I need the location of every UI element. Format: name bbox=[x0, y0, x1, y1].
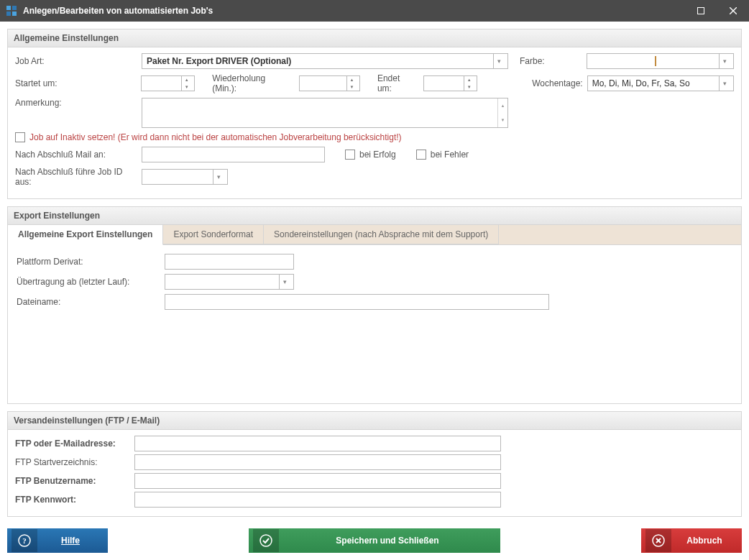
panel-shipping-header: Versandeinstellungen (FTP / E-Mail) bbox=[8, 412, 741, 430]
spin-down-icon[interactable]: ▼ bbox=[347, 83, 357, 91]
wochentage-combo[interactable]: Mo, Di, Mi, Do, Fr, Sa, So bbox=[587, 75, 734, 91]
chevron-down-icon bbox=[493, 54, 505, 68]
spin-down-icon[interactable]: ▼ bbox=[464, 83, 474, 91]
inactive-label: Job auf Inaktiv setzen! (Er wird dann ni… bbox=[29, 132, 402, 142]
save-close-button[interactable]: Speichern und Schließen bbox=[249, 528, 500, 553]
panel-export-header: Export Einstellungen bbox=[8, 207, 741, 225]
wiederholung-spin[interactable]: ▲▼ bbox=[299, 75, 360, 91]
tab-general-export[interactable]: Allgemeine Export Einstellungen bbox=[8, 225, 163, 245]
panel-general-settings: Allgemeine Einstellungen Job Art: Paket … bbox=[7, 29, 742, 199]
label-ftp-email: FTP oder E-Mailadresse: bbox=[15, 439, 130, 449]
cancel-button[interactable]: Abbruch bbox=[641, 528, 742, 553]
panel-general-header: Allgemeine Einstellungen bbox=[8, 29, 741, 47]
label-ftp-user: FTP Benutzername: bbox=[15, 476, 130, 486]
endet-um-input[interactable] bbox=[427, 78, 464, 89]
chevron-down-icon bbox=[213, 170, 224, 184]
spin-up-icon[interactable]: ▲ bbox=[464, 76, 474, 83]
help-button[interactable]: ? Hilfe bbox=[7, 528, 108, 553]
bei-erfolg-checkbox[interactable] bbox=[345, 150, 355, 160]
startet-um-spin[interactable]: ▲▼ bbox=[141, 75, 195, 91]
label-nach-mail: Nach Abschluß Mail an: bbox=[15, 150, 137, 160]
svg-rect-2 bbox=[6, 12, 11, 16]
window-title: Anlegen/Bearbeiten von automatisierten J… bbox=[23, 6, 684, 16]
ftp-user-input[interactable] bbox=[134, 473, 501, 489]
label-anmerkung: Anmerkung: bbox=[15, 98, 137, 108]
tab-export-sonderformat[interactable]: Export Sonderformat bbox=[163, 225, 264, 244]
spin-up-icon[interactable]: ▲ bbox=[182, 76, 191, 83]
dateiname-input[interactable] bbox=[165, 294, 549, 310]
label-farbe: Farbe: bbox=[520, 56, 545, 66]
uebertragung-ab-combo[interactable] bbox=[165, 274, 294, 290]
export-tabbar: Allgemeine Export Einstellungen Export S… bbox=[8, 225, 741, 245]
svg-rect-0 bbox=[6, 6, 11, 10]
mail-to-input[interactable] bbox=[142, 147, 325, 162]
svg-rect-3 bbox=[12, 12, 17, 16]
label-nach-jobid: Nach Abschluß führe Job ID aus: bbox=[15, 167, 137, 187]
chevron-down-icon bbox=[719, 54, 730, 68]
check-icon bbox=[253, 529, 279, 552]
chevron-down-icon bbox=[279, 275, 290, 289]
label-job-art: Job Art: bbox=[15, 56, 137, 66]
window-maximize-button[interactable] bbox=[684, 0, 717, 22]
svg-rect-1 bbox=[12, 6, 17, 10]
window-close-button[interactable] bbox=[717, 0, 749, 22]
chevron-down-icon bbox=[719, 76, 730, 91]
svg-text:?: ? bbox=[22, 536, 27, 545]
inactive-checkbox[interactable] bbox=[15, 132, 25, 142]
scroll-down-icon[interactable]: ▼ bbox=[497, 113, 507, 127]
label-ftp-pass: FTP Kennwort: bbox=[15, 495, 130, 505]
ftp-email-input[interactable] bbox=[134, 436, 501, 451]
svg-rect-4 bbox=[697, 8, 704, 14]
footer-bar: ? Hilfe Speichern und Schließen Abbruch bbox=[0, 524, 749, 560]
job-id-after-combo[interactable] bbox=[142, 169, 228, 185]
tab-sondereinstellungen[interactable]: Sondereinstellungen (nach Absprache mit … bbox=[264, 225, 499, 244]
label-plattform-derivat: Plattform Derivat: bbox=[17, 257, 160, 267]
ftp-pass-input[interactable] bbox=[134, 492, 501, 508]
farbe-combo[interactable] bbox=[587, 53, 734, 69]
plattform-derivat-input[interactable] bbox=[165, 254, 294, 270]
window-titlebar: Anlegen/Bearbeiten von automatisierten J… bbox=[0, 0, 749, 22]
label-bei-erfolg: bei Erfolg bbox=[359, 150, 396, 160]
bei-fehler-checkbox[interactable] bbox=[416, 150, 426, 160]
label-ftp-start: FTP Startverzeichnis: bbox=[15, 457, 130, 467]
label-wiederholung: Wiederholung (Min.): bbox=[209, 73, 295, 93]
label-uebertragung-ab: Übertragung ab (letzter Lauf): bbox=[17, 277, 160, 287]
close-icon bbox=[645, 529, 671, 552]
anmerkung-textarea[interactable]: ▲ ▼ bbox=[142, 98, 508, 128]
startet-um-input[interactable] bbox=[144, 78, 181, 89]
svg-point-9 bbox=[260, 535, 272, 546]
label-wochentage: Wochentage: bbox=[532, 78, 583, 88]
label-bei-fehler: bei Fehler bbox=[431, 150, 469, 160]
label-endet-um: Endet um: bbox=[374, 73, 420, 93]
spin-up-icon[interactable]: ▲ bbox=[347, 76, 357, 83]
wiederholung-input[interactable] bbox=[303, 78, 346, 89]
scroll-up-icon[interactable]: ▲ bbox=[497, 98, 507, 113]
label-dateiname: Dateiname: bbox=[17, 297, 160, 307]
panel-export-settings: Export Einstellungen Allgemeine Export E… bbox=[7, 206, 742, 404]
panel-shipping-settings: Versandeinstellungen (FTP / E-Mail) FTP … bbox=[7, 411, 742, 517]
spin-down-icon[interactable]: ▼ bbox=[182, 83, 191, 91]
label-startet-um: Startet um: bbox=[15, 78, 137, 88]
color-swatch-icon bbox=[655, 56, 656, 66]
job-art-combo[interactable]: Paket Nr. Export DRIVER (Optional) bbox=[142, 53, 508, 69]
ftp-start-input[interactable] bbox=[134, 454, 501, 470]
endet-um-spin[interactable]: ▲▼ bbox=[423, 75, 477, 91]
help-icon: ? bbox=[12, 529, 37, 552]
app-icon bbox=[6, 5, 17, 17]
